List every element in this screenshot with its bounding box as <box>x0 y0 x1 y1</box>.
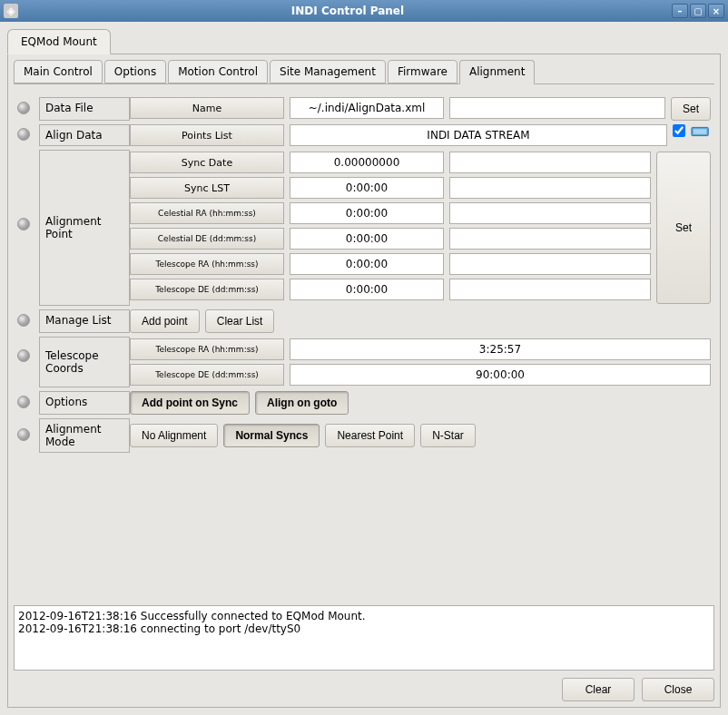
status-led-options <box>17 396 30 408</box>
mode-n-star-button[interactable]: N-Star <box>420 424 476 447</box>
ap-input-3[interactable] <box>449 228 651 250</box>
maximize-button[interactable]: ▢ <box>690 4 706 18</box>
svg-rect-1 <box>694 129 707 134</box>
status-led-alignment-mode <box>17 428 30 441</box>
ap-val-2: 0:00:00 <box>290 202 444 224</box>
ap-hdr-5[interactable]: Telescope DE (dd:mm:ss) <box>130 279 284 300</box>
ap-input-4[interactable] <box>449 253 651 275</box>
mode-normal-syncs-button[interactable]: Normal Syncs <box>223 424 320 447</box>
mode-no-alignment-button[interactable]: No Alignment <box>130 424 218 447</box>
close-window-button[interactable]: × <box>708 4 724 18</box>
clear-log-button[interactable]: Clear <box>562 678 635 701</box>
ap-input-0[interactable] <box>449 152 651 173</box>
window-title: INDI Control Panel <box>24 5 672 17</box>
tab-site-management[interactable]: Site Management <box>270 60 386 83</box>
tc-hdr-1[interactable]: Telescope DE (dd:mm:ss) <box>130 364 284 386</box>
label-alignment-mode: Alignment Mode <box>39 418 130 453</box>
label-telescope-coords: Telescope Coords <box>39 337 130 387</box>
tab-motion-control[interactable]: Motion Control <box>168 60 268 83</box>
hdr-points-list[interactable]: Points List <box>130 124 284 146</box>
status-led-telescope-coords <box>17 349 30 362</box>
data-file-set-button[interactable]: Set <box>671 97 711 121</box>
status-led-align-data <box>17 128 30 141</box>
label-data-file: Data File <box>39 97 130 121</box>
tab-alignment[interactable]: Alignment <box>459 60 535 84</box>
ap-val-1: 0:00:00 <box>290 177 444 199</box>
add-point-button[interactable]: Add point <box>130 309 200 333</box>
label-align-data: Align Data <box>39 124 130 146</box>
mode-nearest-point-button[interactable]: Nearest Point <box>325 424 415 447</box>
status-led-manage-list <box>17 314 30 327</box>
data-file-value: ~/.indi/AlignData.xml <box>290 97 444 119</box>
log-line: 2012-09-16T21:38:16 Successfully connect… <box>18 610 710 622</box>
ap-val-0: 0.00000000 <box>290 152 444 173</box>
minimize-button[interactable]: – <box>672 4 688 18</box>
ap-val-3: 0:00:00 <box>290 228 444 250</box>
align-data-checkbox[interactable] <box>673 124 685 137</box>
ap-hdr-2[interactable]: Celestial RA (hh:mm:ss) <box>130 202 284 224</box>
data-file-input[interactable] <box>449 97 665 119</box>
align-on-goto-button[interactable]: Align on goto <box>255 391 349 415</box>
log-line: 2012-09-16T21:38:16 connecting to port /… <box>18 622 710 635</box>
ap-hdr-1[interactable]: Sync LST <box>130 177 284 199</box>
hdr-name[interactable]: Name <box>130 97 284 119</box>
ap-hdr-0[interactable]: Sync Date <box>130 152 284 173</box>
ap-val-4: 0:00:00 <box>290 253 444 275</box>
ap-hdr-4[interactable]: Telescope RA (hh:mm:ss) <box>130 253 284 275</box>
add-point-on-sync-button[interactable]: Add point on Sync <box>130 391 250 415</box>
label-alignment-point: Alignment Point <box>39 150 130 306</box>
tc-val-0: 3:25:57 <box>290 338 711 360</box>
stream-icon[interactable] <box>691 124 711 139</box>
tab-main-control[interactable]: Main Control <box>14 60 103 83</box>
clear-list-button[interactable]: Clear List <box>205 309 275 333</box>
device-tab-eqmod[interactable]: EQMod Mount <box>7 29 111 54</box>
ap-input-1[interactable] <box>449 177 651 199</box>
tab-options[interactable]: Options <box>104 60 166 83</box>
ap-hdr-3[interactable]: Celestial DE (dd:mm:ss) <box>130 228 284 250</box>
align-data-value: INDI DATA STREAM <box>290 124 667 146</box>
alignment-point-set-button[interactable]: Set <box>656 152 711 304</box>
ap-val-5: 0:00:00 <box>290 279 444 300</box>
log-area[interactable]: 2012-09-16T21:38:16 Successfully connect… <box>14 605 714 671</box>
label-manage-list: Manage List <box>39 309 130 333</box>
label-options: Options <box>39 391 130 415</box>
tc-hdr-0[interactable]: Telescope RA (hh:mm:ss) <box>130 338 284 360</box>
status-led-alignment-point <box>17 218 30 230</box>
ap-input-5[interactable] <box>449 279 651 300</box>
tc-val-1: 90:00:00 <box>290 364 711 386</box>
status-led-data-file <box>17 102 30 114</box>
app-icon: ◈ <box>4 4 18 18</box>
ap-input-2[interactable] <box>449 202 651 224</box>
close-button[interactable]: Close <box>642 678 714 701</box>
tab-firmware[interactable]: Firmware <box>388 60 457 83</box>
